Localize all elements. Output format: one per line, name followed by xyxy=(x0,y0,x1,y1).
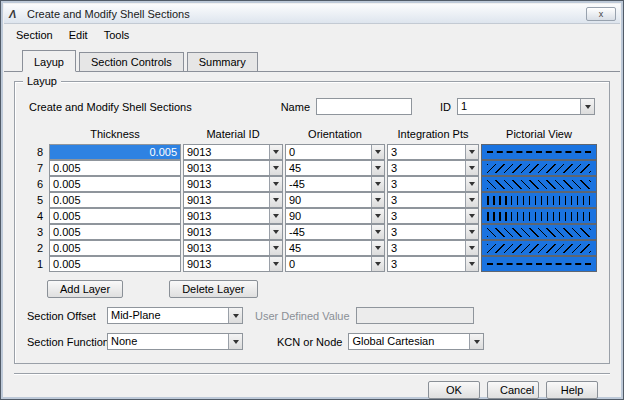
header-orientation: Orientation xyxy=(285,128,385,140)
menu-tools[interactable]: Tools xyxy=(96,26,138,44)
close-button[interactable]: x xyxy=(586,7,616,21)
chevron-down-icon[interactable] xyxy=(269,161,282,175)
ply-orientation-pattern xyxy=(487,180,592,189)
chevron-down-icon[interactable] xyxy=(269,177,282,191)
caption-row: Create and Modify Shell Sections Name ID… xyxy=(29,98,595,115)
material-id-value: 9013 xyxy=(184,225,269,239)
orientation-value: 90 xyxy=(286,193,371,207)
material-id-select[interactable]: 9013 xyxy=(183,176,283,192)
name-input[interactable] xyxy=(316,98,412,115)
chevron-down-icon[interactable] xyxy=(465,209,478,223)
chevron-down-icon[interactable] xyxy=(465,241,478,255)
chevron-down-icon[interactable] xyxy=(371,209,384,223)
chevron-down-icon[interactable] xyxy=(465,161,478,175)
integration-pts-select[interactable]: 3 xyxy=(387,144,479,160)
integration-pts-select[interactable]: 3 xyxy=(387,160,479,176)
table-row: 50.0059013903 xyxy=(27,192,597,208)
tab-layup[interactable]: Layup xyxy=(22,50,76,72)
pictorial-view-cell xyxy=(481,176,597,192)
material-id-select[interactable]: 9013 xyxy=(183,192,283,208)
chevron-down-icon[interactable] xyxy=(269,145,282,159)
chevron-down-icon[interactable] xyxy=(465,225,478,239)
integration-pts-select[interactable]: 3 xyxy=(387,176,479,192)
thickness-input[interactable]: 0.005 xyxy=(49,208,181,224)
user-defined-value-input xyxy=(356,307,474,324)
table-row: 10.005901303 xyxy=(27,256,597,272)
chevron-down-icon[interactable] xyxy=(371,193,384,207)
chevron-down-icon[interactable] xyxy=(269,225,282,239)
orientation-value: 0 xyxy=(286,257,371,271)
thickness-input[interactable]: 0.005 xyxy=(49,160,181,176)
section-function-row: Section Function None KCN or Node Global… xyxy=(27,333,597,350)
material-id-select[interactable]: 9013 xyxy=(183,240,283,256)
chevron-down-icon[interactable] xyxy=(371,177,384,191)
ok-button[interactable]: OK xyxy=(428,381,480,399)
integration-pts-select[interactable]: 3 xyxy=(387,256,479,272)
chevron-down-icon[interactable] xyxy=(228,334,242,349)
chevron-down-icon[interactable] xyxy=(465,257,478,271)
ply-orientation-pattern xyxy=(487,228,592,237)
chevron-down-icon[interactable] xyxy=(269,209,282,223)
section-offset-select[interactable]: Mid-Plane xyxy=(107,307,243,324)
chevron-down-icon[interactable] xyxy=(269,257,282,271)
row-number: 4 xyxy=(27,208,47,224)
kcn-select[interactable]: Global Cartesian xyxy=(348,333,484,350)
orientation-value: 45 xyxy=(286,161,371,175)
chevron-down-icon[interactable] xyxy=(465,193,478,207)
orientation-select[interactable]: -45 xyxy=(285,176,385,192)
orientation-select[interactable]: 90 xyxy=(285,208,385,224)
help-button[interactable]: Help xyxy=(546,381,598,399)
layer-buttons: Add Layer Delete Layer xyxy=(47,280,597,298)
material-id-select[interactable]: 9013 xyxy=(183,224,283,240)
integration-pts-select[interactable]: 3 xyxy=(387,224,479,240)
chevron-down-icon[interactable] xyxy=(228,308,242,323)
tab-section-controls[interactable]: Section Controls xyxy=(79,52,184,72)
material-id-value: 9013 xyxy=(184,177,269,191)
chevron-down-icon[interactable] xyxy=(371,225,384,239)
integration-pts-select[interactable]: 3 xyxy=(387,192,479,208)
chevron-down-icon[interactable] xyxy=(371,161,384,175)
menu-bar: Section Edit Tools xyxy=(4,24,620,46)
chevron-down-icon[interactable] xyxy=(371,145,384,159)
row-number: 1 xyxy=(27,256,47,272)
thickness-input[interactable]: 0.005 xyxy=(49,176,181,192)
material-id-select[interactable]: 9013 xyxy=(183,144,283,160)
chevron-down-icon[interactable] xyxy=(269,241,282,255)
orientation-select[interactable]: 45 xyxy=(285,160,385,176)
chevron-down-icon[interactable] xyxy=(371,241,384,255)
pictorial-view-cell xyxy=(481,144,597,160)
thickness-input[interactable]: 0.005 xyxy=(49,240,181,256)
material-id-select[interactable]: 9013 xyxy=(183,208,283,224)
orientation-select[interactable]: 0 xyxy=(285,144,385,160)
orientation-select[interactable]: 0 xyxy=(285,256,385,272)
cancel-button[interactable]: Cancel xyxy=(487,381,539,399)
integration-pts-select[interactable]: 3 xyxy=(387,240,479,256)
menu-section[interactable]: Section xyxy=(8,26,61,44)
material-id-value: 9013 xyxy=(184,145,269,159)
integration-pts-select[interactable]: 3 xyxy=(387,208,479,224)
section-function-select[interactable]: None xyxy=(107,333,243,350)
id-select[interactable]: 1 xyxy=(457,98,595,115)
add-layer-button[interactable]: Add Layer xyxy=(47,280,123,298)
orientation-select[interactable]: 45 xyxy=(285,240,385,256)
row-number: 2 xyxy=(27,240,47,256)
chevron-down-icon[interactable] xyxy=(580,99,594,114)
close-icon: x xyxy=(599,9,604,19)
thickness-input[interactable]: 0.005 xyxy=(49,256,181,272)
thickness-input[interactable]: 0.005 xyxy=(49,192,181,208)
material-id-select[interactable]: 9013 xyxy=(183,160,283,176)
thickness-input[interactable]: 0.005 xyxy=(49,224,181,240)
chevron-down-icon[interactable] xyxy=(469,334,483,349)
chevron-down-icon[interactable] xyxy=(465,177,478,191)
thickness-input[interactable]: 0.005 xyxy=(49,144,181,160)
chevron-down-icon[interactable] xyxy=(465,145,478,159)
chevron-down-icon[interactable] xyxy=(269,193,282,207)
tab-summary[interactable]: Summary xyxy=(187,52,258,72)
material-id-select[interactable]: 9013 xyxy=(183,256,283,272)
menu-edit[interactable]: Edit xyxy=(61,26,96,44)
orientation-select[interactable]: -45 xyxy=(285,224,385,240)
dialog-content: Layup Create and Modify Shell Sections N… xyxy=(4,72,620,399)
orientation-select[interactable]: 90 xyxy=(285,192,385,208)
delete-layer-button[interactable]: Delete Layer xyxy=(169,280,257,298)
chevron-down-icon[interactable] xyxy=(371,257,384,271)
